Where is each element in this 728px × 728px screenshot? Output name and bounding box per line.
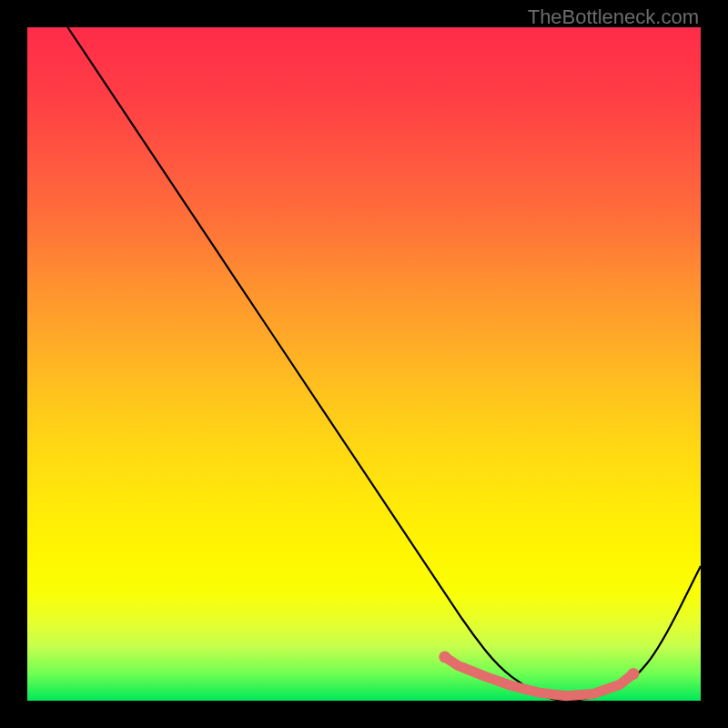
bottleneck-curve <box>67 27 701 701</box>
marker-band-end-dot <box>628 668 640 680</box>
chart-frame: TheBottleneck.com <box>0 0 728 728</box>
plot-area <box>27 27 701 701</box>
marker-band-start-dot <box>439 651 450 662</box>
marker-band <box>439 651 639 695</box>
plot-overlay <box>27 27 701 701</box>
watermark-text: TheBottleneck.com <box>528 5 699 29</box>
marker-band-stroke <box>445 657 633 696</box>
